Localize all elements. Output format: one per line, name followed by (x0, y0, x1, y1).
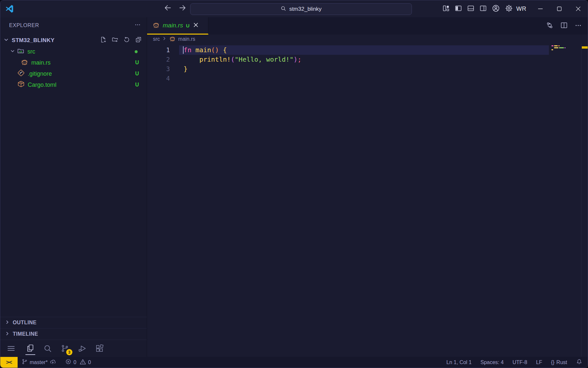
code-line-2[interactable]: 2 println!("Hello, world!"); (147, 55, 588, 64)
tab-label: main.rs (163, 22, 183, 29)
text-cursor (183, 46, 184, 54)
overview-ruler[interactable] (581, 44, 581, 357)
code-token: println! (199, 55, 231, 63)
tree-item-cargo-toml[interactable]: Cargo.toml U (0, 79, 147, 90)
split-editor-icon[interactable] (560, 22, 568, 30)
code-token: ( (231, 55, 235, 63)
close-window-button[interactable] (569, 0, 588, 17)
tab-main-rs[interactable]: main.rs U (147, 17, 208, 35)
tree-item-main-rs[interactable]: main.rs U (0, 57, 147, 68)
sync-publish-icon[interactable] (50, 359, 56, 366)
tab-untracked-badge: U (186, 23, 189, 28)
open-changes-icon[interactable] (546, 22, 553, 30)
notifications-bell-icon[interactable] (576, 359, 582, 366)
line-number[interactable]: 4 (147, 74, 170, 83)
git-modified-dot (135, 50, 138, 53)
warnings-count: 0 (88, 360, 91, 365)
code-line-4[interactable]: 4 (147, 74, 588, 83)
collapse-folders-icon[interactable] (135, 36, 142, 45)
code-token: "Hello, world!" (235, 55, 294, 63)
code-token: } (184, 65, 188, 73)
views-more-actions-icon[interactable] (134, 22, 141, 29)
rust-ferris-icon (21, 58, 28, 68)
activity-run-debug-icon[interactable] (77, 342, 87, 355)
new-file-icon[interactable] (100, 36, 107, 45)
breadcrumb-file[interactable]: main.rs (178, 36, 195, 42)
timeline-section[interactable]: TIMELINE (0, 328, 147, 340)
activity-explorer-icon[interactable] (25, 342, 35, 355)
activity-extensions-icon[interactable] (95, 342, 104, 355)
chevron-right-icon (162, 36, 167, 42)
vscode-logo-icon (5, 4, 14, 15)
maximize-button[interactable] (550, 0, 569, 17)
code-token: ) (294, 55, 297, 63)
indentation-status[interactable]: Spaces: 4 (480, 360, 504, 365)
outline-section[interactable]: OUTLINE (0, 317, 147, 328)
tree-item-src[interactable]: src (0, 46, 147, 57)
breadcrumb[interactable]: src main.rs (147, 35, 588, 44)
language-mode-status[interactable]: {} Rust (551, 360, 567, 365)
line-number[interactable]: 1 (147, 45, 170, 55)
line-number[interactable]: 3 (147, 64, 170, 74)
activity-source-control-icon[interactable]: 3 (60, 342, 70, 355)
cursor-position-status[interactable]: Ln 1, Col 1 (446, 360, 472, 365)
toggle-primary-sidebar-icon[interactable] (455, 5, 462, 13)
git-untracked-badge: U (135, 82, 147, 88)
rust-ferris-icon (169, 35, 176, 43)
tab-bar: main.rs U (147, 17, 588, 35)
timeline-label: TIMELINE (13, 331, 38, 337)
menu-hamburger-icon[interactable] (6, 342, 16, 355)
status-bar: >< master* 0 0 Ln 1, Col 1 (0, 357, 588, 368)
tree-item-gitignore[interactable]: .gitignore U (0, 68, 147, 79)
code-token: main (195, 46, 211, 54)
braces-icon: {} (551, 360, 554, 365)
scm-changes-badge: 3 (66, 349, 72, 355)
editor-area: main.rs U (147, 17, 588, 357)
errors-count: 0 (73, 360, 76, 365)
minimap[interactable] (551, 45, 580, 51)
chevron-right-icon (5, 320, 10, 326)
nav-forward-icon[interactable] (178, 4, 187, 13)
rust-ferris-icon (152, 21, 160, 30)
tab-close-icon[interactable] (193, 22, 199, 29)
explorer-sidebar: EXPLORER STM32_BLINKY (0, 17, 147, 357)
problems-status[interactable]: 0 0 (65, 359, 91, 366)
editor-more-actions-icon[interactable] (575, 22, 582, 30)
breadcrumb-folder[interactable]: src (153, 36, 160, 42)
current-line-highlight (179, 45, 549, 55)
encoding-status[interactable]: UTF-8 (512, 360, 527, 365)
git-untracked-badge: U (135, 71, 147, 77)
tree-item-label: Cargo.toml (28, 82, 56, 88)
settings-gear-icon[interactable] (505, 4, 513, 14)
activity-search-icon[interactable] (43, 342, 53, 355)
command-center-search[interactable]: stm32_blinky (190, 3, 412, 15)
tree-item-label: src (27, 48, 35, 55)
git-file-icon (17, 69, 25, 78)
git-branch-status[interactable]: master* (22, 359, 56, 366)
tree-item-label: main.rs (31, 59, 51, 66)
language-name: Rust (556, 360, 567, 365)
code-editor[interactable]: 1 fn main() { 2 println!("Hello, world!"… (147, 44, 588, 357)
code-token: { (223, 46, 227, 54)
toggle-panel-icon[interactable] (467, 5, 475, 13)
code-token: () (211, 46, 219, 54)
eol-status[interactable]: LF (536, 360, 542, 365)
toggle-secondary-sidebar-icon[interactable] (479, 5, 487, 13)
code-line-1[interactable]: 1 fn main() { (147, 45, 588, 55)
chevron-down-icon (10, 48, 15, 55)
refresh-explorer-icon[interactable] (123, 36, 130, 45)
project-section-header[interactable]: STM32_BLINKY (0, 35, 147, 46)
code-line-3[interactable]: 3 } (147, 64, 588, 74)
package-icon (17, 80, 25, 89)
profile-label[interactable]: WR (516, 6, 526, 12)
chevron-down-icon (4, 37, 9, 44)
minimize-button[interactable] (531, 0, 550, 17)
customize-layout-icon[interactable] (442, 5, 450, 13)
remote-indicator[interactable]: >< (0, 357, 18, 368)
account-icon[interactable] (492, 4, 500, 14)
nav-back-icon[interactable] (163, 4, 172, 13)
file-tree: STM32_BLINKY (0, 35, 147, 90)
line-number[interactable]: 2 (147, 55, 170, 64)
title-bar: stm32_blinky (0, 0, 588, 18)
new-folder-icon[interactable] (112, 36, 118, 45)
